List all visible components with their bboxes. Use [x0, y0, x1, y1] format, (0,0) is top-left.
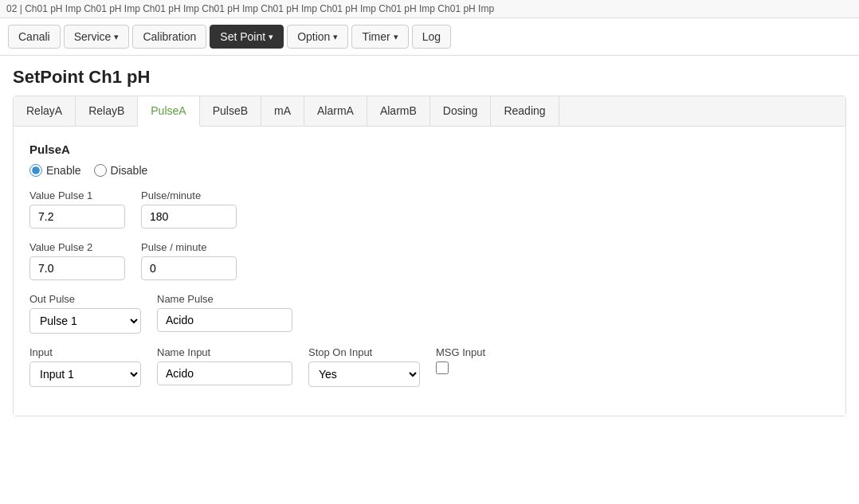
value-pulse2-input[interactable]	[29, 256, 125, 280]
name-pulse-input[interactable]	[157, 308, 292, 332]
input-group: Input Input 1 Input 2	[29, 346, 141, 387]
disable-radio-label[interactable]: Disable	[94, 164, 148, 177]
canali-button[interactable]: Canali	[8, 25, 61, 49]
tab-dosing[interactable]: Dosing	[430, 96, 492, 126]
setpoint-button[interactable]: Set Point	[210, 25, 284, 49]
pulse-per-minute1-input[interactable]	[141, 205, 237, 229]
channel-bar: 02 | Ch01 pH Imp Ch01 pH Imp Ch01 pH Imp…	[0, 0, 859, 18]
name-input-label: Name Input	[157, 346, 292, 358]
value-pulse1-input[interactable]	[29, 205, 125, 229]
tab-container: RelayA RelayB PulseA PulseB mA AlarmA Al…	[13, 96, 846, 416]
pulse-per-minute2-label: Pulse / minute	[141, 241, 237, 253]
tab-relayA[interactable]: RelayA	[14, 96, 76, 126]
pulse-per-minute1-group: Pulse/minute	[141, 189, 237, 229]
enable-disable-group: Enable Disable	[29, 164, 830, 177]
stop-on-input-label: Stop On Input	[308, 346, 420, 358]
name-pulse-label: Name Pulse	[157, 293, 292, 305]
value-pulse2-group: Value Pulse 2	[29, 241, 125, 280]
pulse-per-minute2-input[interactable]	[141, 256, 237, 280]
enable-radio-label[interactable]: Enable	[29, 164, 81, 177]
out-pulse-label: Out Pulse	[29, 293, 141, 305]
timer-button[interactable]: Timer	[351, 25, 408, 49]
enable-label: Enable	[46, 164, 81, 177]
option-button[interactable]: Option	[287, 25, 348, 49]
disable-radio[interactable]	[94, 164, 107, 177]
tab-pulseB[interactable]: PulseB	[200, 96, 261, 126]
pulse1-row: Value Pulse 1 Pulse/minute	[29, 189, 830, 229]
main-content: RelayA RelayB PulseA PulseB mA AlarmA Al…	[0, 96, 859, 429]
name-pulse-group: Name Pulse	[157, 293, 292, 332]
service-button[interactable]: Service	[64, 25, 130, 49]
enable-radio[interactable]	[29, 164, 42, 177]
tab-mA[interactable]: mA	[261, 96, 304, 126]
pulse2-row: Value Pulse 2 Pulse / minute	[29, 241, 830, 280]
out-pulse-group: Out Pulse Pulse 1 Pulse 2	[29, 293, 141, 334]
disable-label: Disable	[111, 164, 148, 177]
value-pulse1-label: Value Pulse 1	[29, 189, 125, 201]
pulseA-title: PulseA	[29, 143, 830, 156]
log-button[interactable]: Log	[412, 25, 451, 49]
stop-on-input-select[interactable]: Yes No	[308, 361, 420, 387]
msg-input-checkbox[interactable]	[436, 361, 449, 374]
pulse-per-minute2-group: Pulse / minute	[141, 241, 237, 280]
pulseA-content: PulseA Enable Disable Value Pulse 1	[14, 127, 845, 416]
tab-pulseA[interactable]: PulseA	[138, 96, 199, 127]
msg-input-group: MSG Input	[436, 346, 531, 374]
channel-bar-text: 02 | Ch01 pH Imp Ch01 pH Imp Ch01 pH Imp…	[6, 3, 494, 14]
tab-alarmA[interactable]: AlarmA	[304, 96, 367, 126]
tab-bar: RelayA RelayB PulseA PulseB mA AlarmA Al…	[14, 96, 845, 127]
name-input-input[interactable]	[157, 361, 292, 385]
page-title: SetPoint Ch1 pH	[0, 56, 859, 96]
input-select[interactable]: Input 1 Input 2	[29, 361, 141, 387]
tab-reading[interactable]: Reading	[491, 96, 559, 126]
input-label: Input	[29, 346, 141, 358]
input-row: Input Input 1 Input 2 Name Input Stop On…	[29, 346, 830, 387]
tab-alarmB[interactable]: AlarmB	[367, 96, 430, 126]
value-pulse2-label: Value Pulse 2	[29, 241, 125, 253]
msg-input-label: MSG Input	[436, 346, 531, 358]
out-pulse-select[interactable]: Pulse 1 Pulse 2	[29, 308, 141, 334]
tab-relayB[interactable]: RelayB	[76, 96, 138, 126]
value-pulse1-group: Value Pulse 1	[29, 189, 125, 229]
out-pulse-row: Out Pulse Pulse 1 Pulse 2 Name Pulse	[29, 293, 830, 334]
name-input-group: Name Input	[157, 346, 292, 385]
calibration-button[interactable]: Calibration	[132, 25, 206, 49]
stop-on-input-group: Stop On Input Yes No	[308, 346, 420, 387]
navbar: Canali Service Calibration Set Point Opt…	[0, 18, 859, 56]
pulse-per-minute1-label: Pulse/minute	[141, 189, 237, 201]
